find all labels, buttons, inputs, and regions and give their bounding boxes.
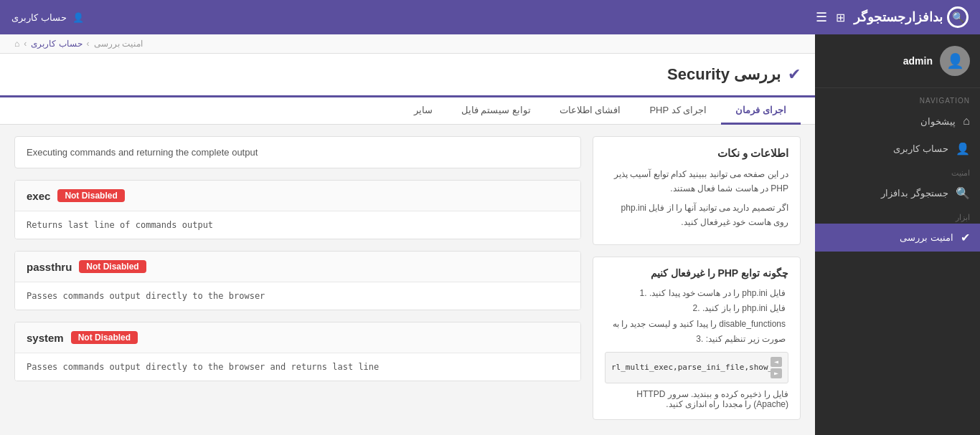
func-name-exec: exec	[27, 190, 50, 202]
logo: 🔍 بدافزارجستجوگر	[854, 6, 969, 28]
main-content: Executing commands and returning the com…	[0, 125, 815, 431]
sidebar: 👤 admin NAVIGATION ⌂ پیشخوان 👤 حساب کارب…	[815, 34, 980, 435]
how-card: چگونه توابع PHP را غیرفعال کنیم فایل php…	[593, 257, 801, 420]
page-check-icon: ✔	[788, 65, 801, 84]
scroll-arrows[interactable]: ◄ ►	[771, 357, 782, 378]
func-header-exec: exec Not Disabled	[15, 181, 580, 211]
func-block-exec: exec Not Disabled Returns last line of c…	[14, 180, 581, 239]
sidebar-item-label: جستجوگر بدافزار	[881, 188, 948, 199]
how-card-title: چگونه توابع PHP را غیرفعال کنیم	[605, 267, 788, 279]
tab-php-exec[interactable]: اجرای کد PHP	[635, 97, 721, 125]
tab-info-disclosure[interactable]: افشای اطلاعات	[545, 97, 636, 125]
breadcrumb-sep2: ›	[24, 39, 27, 49]
user-icon: 👤	[956, 142, 970, 156]
check-icon: ✔	[961, 231, 970, 244]
user-icon: 👤	[72, 12, 84, 23]
how-step-4: فایل را ذخیره کرده و ببندید. سرور HTTPD …	[605, 389, 788, 409]
main-layout: 👤 admin NAVIGATION ⌂ پیشخوان 👤 حساب کارب…	[0, 34, 980, 435]
top-nav-left: 🔍 بدافزارجستجوگر ⊞ ☰	[816, 6, 969, 28]
logo-icon: 🔍	[947, 6, 969, 28]
sidebar-username: admin	[903, 55, 933, 67]
info-card-line1: در این صفحه می توانید ببینید کدام توابع …	[605, 167, 788, 196]
badge-system: Not Disabled	[71, 331, 138, 344]
account-label: حساب کاربری	[11, 12, 67, 23]
how-step-2: فایل php.ini را باز کنید. .2	[605, 301, 788, 317]
func-header-passthru: passthru Not Disabled	[15, 252, 580, 282]
how-step-1: فایل php.ini را در هاست خود پیدا کنید. .…	[605, 286, 788, 302]
search-icon: 🔍	[956, 186, 970, 200]
sidebar-user: 👤 admin	[815, 34, 980, 88]
func-desc-system: Passes commands output directly to the b…	[15, 353, 580, 381]
func-desc-exec: Returns last line of commands output	[15, 211, 580, 239]
breadcrumb-account-link[interactable]: حساب کاربری	[31, 39, 82, 49]
info-card-line2: اگر تصمیم دارید می توانید آنها را از فای…	[605, 201, 788, 230]
sidebar-item-label: امنیت بررسی	[900, 232, 953, 243]
breadcrumb-sep: ›	[87, 39, 90, 49]
tab-other[interactable]: سایر	[400, 97, 447, 125]
tabs: اجرای فرمان اجرای کد PHP افشای اطلاعات ت…	[0, 97, 815, 125]
nav-label: NAVIGATION	[815, 88, 980, 107]
sidebar-item-label: حساب کاربری	[893, 143, 948, 154]
content: امنیت بررسی › حساب کاربری › ⌂ ✔ بررسی Se…	[0, 34, 815, 435]
func-name-passthru: passthru	[27, 261, 72, 273]
code-text: rl_multi_exec,parse_ini_file,show_source	[611, 363, 771, 372]
top-nav: 🔍 بدافزارجستجوگر ⊞ ☰ 👤 حساب کاربری	[0, 0, 980, 34]
scroll-left-arrow[interactable]: ◄	[771, 357, 782, 367]
top-nav-right: 👤 حساب کاربری	[11, 12, 84, 23]
logo-text: بدافزارجستجوگر	[854, 9, 943, 25]
breadcrumb: امنیت بررسی › حساب کاربری › ⌂	[0, 34, 815, 54]
right-panel: اطلاعات و نکات در این صفحه می توانید ببی…	[593, 136, 801, 420]
code-block: rl_multi_exec,parse_ini_file,show_source…	[605, 352, 788, 383]
func-name-system: system	[27, 332, 64, 344]
page-header: ✔ بررسی Security	[0, 54, 815, 97]
tab-file-system[interactable]: توابع سیستم فایل	[447, 97, 545, 125]
info-card-title: اطلاعات و نکات	[605, 147, 788, 160]
page-title: بررسی Security	[667, 65, 781, 84]
section-description: Executing commands and returning the com…	[14, 136, 581, 168]
breadcrumb-current: امنیت بررسی	[94, 39, 143, 49]
breadcrumb-home-icon: ⌂	[14, 39, 19, 49]
avatar: 👤	[940, 46, 970, 76]
how-card-list: فایل php.ini را در هاست خود پیدا کنید. .…	[605, 286, 788, 348]
left-panel: Executing commands and returning the com…	[14, 136, 581, 420]
badge-passthru: Not Disabled	[79, 260, 146, 273]
func-block-system: system Not Disabled Passes commands outp…	[14, 322, 581, 381]
scroll-right-arrow[interactable]: ►	[771, 368, 782, 378]
hamburger-button[interactable]: ☰	[816, 9, 827, 25]
home-icon: ⌂	[963, 115, 970, 128]
func-desc-passthru: Passes commands output directly to the b…	[15, 282, 580, 310]
section-amn: امنیت	[815, 163, 980, 179]
badge-exec: Not Disabled	[57, 189, 124, 202]
how-step-3: disable_functions را پیدا کنید و لیست جد…	[605, 317, 788, 348]
info-card: اطلاعات و نکات در این صفحه می توانید ببی…	[593, 136, 801, 245]
func-header-system: system Not Disabled	[15, 322, 580, 353]
grid-icon: ⊞	[836, 11, 845, 24]
sidebar-item-security-check[interactable]: ✔ امنیت بررسی	[815, 224, 980, 252]
sidebar-item-scanner[interactable]: 🔍 جستجوگر بدافزار	[815, 179, 980, 207]
tab-exec-cmd[interactable]: اجرای فرمان	[721, 97, 801, 125]
sidebar-item-dashboard[interactable]: ⌂ پیشخوان	[815, 107, 980, 135]
sidebar-item-label: پیشخوان	[920, 116, 956, 127]
section-abzar: ابزار	[815, 207, 980, 224]
func-block-passthru: passthru Not Disabled Passes commands ou…	[14, 251, 581, 310]
sidebar-item-account[interactable]: 👤 حساب کاربری	[815, 135, 980, 163]
